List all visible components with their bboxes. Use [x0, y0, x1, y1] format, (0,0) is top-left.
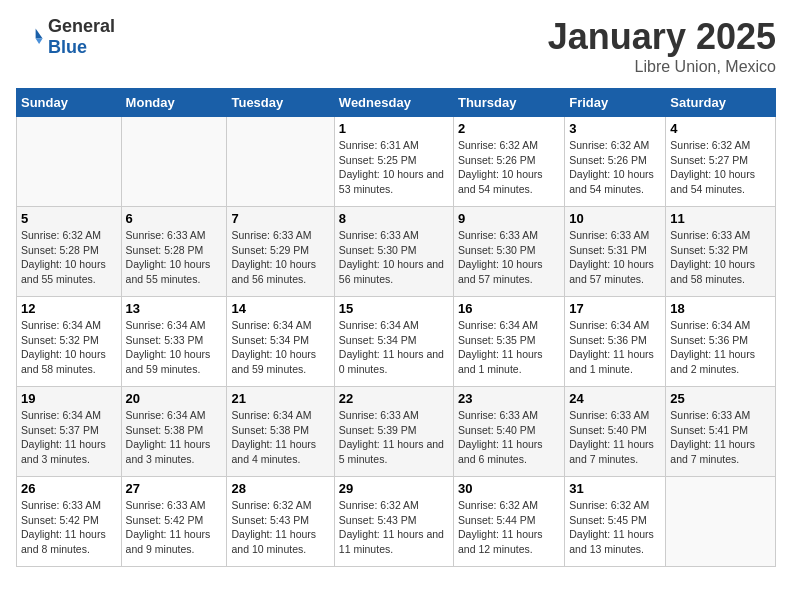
day-info: Sunrise: 6:33 AMSunset: 5:41 PMDaylight:… — [670, 408, 771, 467]
day-info: Sunrise: 6:33 AMSunset: 5:32 PMDaylight:… — [670, 228, 771, 287]
day-number: 30 — [458, 481, 560, 496]
page-header: General Blue January 2025 Libre Union, M… — [16, 16, 776, 76]
day-number: 28 — [231, 481, 329, 496]
calendar-cell: 6 Sunrise: 6:33 AMSunset: 5:28 PMDayligh… — [121, 207, 227, 297]
weekday-tuesday: Tuesday — [227, 89, 334, 117]
day-info: Sunrise: 6:34 AMSunset: 5:32 PMDaylight:… — [21, 318, 117, 377]
calendar-cell: 20 Sunrise: 6:34 AMSunset: 5:38 PMDaylig… — [121, 387, 227, 477]
title-block: January 2025 Libre Union, Mexico — [548, 16, 776, 76]
day-number: 18 — [670, 301, 771, 316]
day-number: 26 — [21, 481, 117, 496]
calendar-cell: 15 Sunrise: 6:34 AMSunset: 5:34 PMDaylig… — [334, 297, 453, 387]
day-number: 9 — [458, 211, 560, 226]
calendar-subtitle: Libre Union, Mexico — [548, 58, 776, 76]
day-info: Sunrise: 6:32 AMSunset: 5:27 PMDaylight:… — [670, 138, 771, 197]
weekday-thursday: Thursday — [453, 89, 564, 117]
day-info: Sunrise: 6:33 AMSunset: 5:30 PMDaylight:… — [458, 228, 560, 287]
calendar-cell: 3 Sunrise: 6:32 AMSunset: 5:26 PMDayligh… — [565, 117, 666, 207]
weekday-saturday: Saturday — [666, 89, 776, 117]
day-number: 3 — [569, 121, 661, 136]
week-row-3: 12 Sunrise: 6:34 AMSunset: 5:32 PMDaylig… — [17, 297, 776, 387]
calendar-cell: 5 Sunrise: 6:32 AMSunset: 5:28 PMDayligh… — [17, 207, 122, 297]
day-info: Sunrise: 6:33 AMSunset: 5:29 PMDaylight:… — [231, 228, 329, 287]
day-info: Sunrise: 6:32 AMSunset: 5:26 PMDaylight:… — [569, 138, 661, 197]
calendar-cell — [227, 117, 334, 207]
calendar-cell: 19 Sunrise: 6:34 AMSunset: 5:37 PMDaylig… — [17, 387, 122, 477]
calendar-cell: 1 Sunrise: 6:31 AMSunset: 5:25 PMDayligh… — [334, 117, 453, 207]
week-row-2: 5 Sunrise: 6:32 AMSunset: 5:28 PMDayligh… — [17, 207, 776, 297]
calendar-cell: 31 Sunrise: 6:32 AMSunset: 5:45 PMDaylig… — [565, 477, 666, 567]
calendar-cell: 21 Sunrise: 6:34 AMSunset: 5:38 PMDaylig… — [227, 387, 334, 477]
calendar-cell — [121, 117, 227, 207]
day-info: Sunrise: 6:32 AMSunset: 5:43 PMDaylight:… — [231, 498, 329, 557]
day-number: 1 — [339, 121, 449, 136]
day-info: Sunrise: 6:33 AMSunset: 5:40 PMDaylight:… — [569, 408, 661, 467]
logo-blue: Blue — [48, 37, 87, 57]
day-number: 13 — [126, 301, 223, 316]
day-number: 19 — [21, 391, 117, 406]
day-number: 22 — [339, 391, 449, 406]
day-info: Sunrise: 6:34 AMSunset: 5:37 PMDaylight:… — [21, 408, 117, 467]
calendar-cell: 7 Sunrise: 6:33 AMSunset: 5:29 PMDayligh… — [227, 207, 334, 297]
day-info: Sunrise: 6:32 AMSunset: 5:43 PMDaylight:… — [339, 498, 449, 557]
day-number: 29 — [339, 481, 449, 496]
day-number: 21 — [231, 391, 329, 406]
day-number: 16 — [458, 301, 560, 316]
day-number: 14 — [231, 301, 329, 316]
calendar-cell: 23 Sunrise: 6:33 AMSunset: 5:40 PMDaylig… — [453, 387, 564, 477]
svg-marker-1 — [36, 38, 43, 44]
day-number: 6 — [126, 211, 223, 226]
day-info: Sunrise: 6:33 AMSunset: 5:28 PMDaylight:… — [126, 228, 223, 287]
calendar-title: January 2025 — [548, 16, 776, 58]
calendar-cell: 28 Sunrise: 6:32 AMSunset: 5:43 PMDaylig… — [227, 477, 334, 567]
calendar-cell: 29 Sunrise: 6:32 AMSunset: 5:43 PMDaylig… — [334, 477, 453, 567]
calendar-cell: 14 Sunrise: 6:34 AMSunset: 5:34 PMDaylig… — [227, 297, 334, 387]
day-number: 23 — [458, 391, 560, 406]
calendar-cell: 4 Sunrise: 6:32 AMSunset: 5:27 PMDayligh… — [666, 117, 776, 207]
calendar-cell: 8 Sunrise: 6:33 AMSunset: 5:30 PMDayligh… — [334, 207, 453, 297]
day-info: Sunrise: 6:33 AMSunset: 5:42 PMDaylight:… — [126, 498, 223, 557]
week-row-1: 1 Sunrise: 6:31 AMSunset: 5:25 PMDayligh… — [17, 117, 776, 207]
day-info: Sunrise: 6:33 AMSunset: 5:40 PMDaylight:… — [458, 408, 560, 467]
day-number: 10 — [569, 211, 661, 226]
day-number: 25 — [670, 391, 771, 406]
calendar-cell: 12 Sunrise: 6:34 AMSunset: 5:32 PMDaylig… — [17, 297, 122, 387]
calendar-cell — [17, 117, 122, 207]
calendar-cell: 25 Sunrise: 6:33 AMSunset: 5:41 PMDaylig… — [666, 387, 776, 477]
week-row-5: 26 Sunrise: 6:33 AMSunset: 5:42 PMDaylig… — [17, 477, 776, 567]
calendar-cell: 13 Sunrise: 6:34 AMSunset: 5:33 PMDaylig… — [121, 297, 227, 387]
weekday-friday: Friday — [565, 89, 666, 117]
day-number: 2 — [458, 121, 560, 136]
day-info: Sunrise: 6:34 AMSunset: 5:34 PMDaylight:… — [231, 318, 329, 377]
svg-marker-0 — [36, 29, 43, 39]
calendar-cell: 24 Sunrise: 6:33 AMSunset: 5:40 PMDaylig… — [565, 387, 666, 477]
day-info: Sunrise: 6:33 AMSunset: 5:39 PMDaylight:… — [339, 408, 449, 467]
logo: General Blue — [16, 16, 115, 58]
calendar-cell: 16 Sunrise: 6:34 AMSunset: 5:35 PMDaylig… — [453, 297, 564, 387]
calendar-cell: 22 Sunrise: 6:33 AMSunset: 5:39 PMDaylig… — [334, 387, 453, 477]
weekday-wednesday: Wednesday — [334, 89, 453, 117]
calendar-cell: 2 Sunrise: 6:32 AMSunset: 5:26 PMDayligh… — [453, 117, 564, 207]
day-number: 15 — [339, 301, 449, 316]
calendar-cell: 26 Sunrise: 6:33 AMSunset: 5:42 PMDaylig… — [17, 477, 122, 567]
weekday-sunday: Sunday — [17, 89, 122, 117]
day-info: Sunrise: 6:34 AMSunset: 5:38 PMDaylight:… — [126, 408, 223, 467]
day-info: Sunrise: 6:33 AMSunset: 5:42 PMDaylight:… — [21, 498, 117, 557]
day-info: Sunrise: 6:32 AMSunset: 5:45 PMDaylight:… — [569, 498, 661, 557]
day-info: Sunrise: 6:33 AMSunset: 5:31 PMDaylight:… — [569, 228, 661, 287]
week-row-4: 19 Sunrise: 6:34 AMSunset: 5:37 PMDaylig… — [17, 387, 776, 477]
day-number: 8 — [339, 211, 449, 226]
weekday-header-row: SundayMondayTuesdayWednesdayThursdayFrid… — [17, 89, 776, 117]
calendar-cell: 18 Sunrise: 6:34 AMSunset: 5:36 PMDaylig… — [666, 297, 776, 387]
day-info: Sunrise: 6:32 AMSunset: 5:44 PMDaylight:… — [458, 498, 560, 557]
day-info: Sunrise: 6:34 AMSunset: 5:38 PMDaylight:… — [231, 408, 329, 467]
calendar-cell: 27 Sunrise: 6:33 AMSunset: 5:42 PMDaylig… — [121, 477, 227, 567]
day-info: Sunrise: 6:32 AMSunset: 5:28 PMDaylight:… — [21, 228, 117, 287]
day-info: Sunrise: 6:32 AMSunset: 5:26 PMDaylight:… — [458, 138, 560, 197]
day-info: Sunrise: 6:34 AMSunset: 5:34 PMDaylight:… — [339, 318, 449, 377]
day-number: 20 — [126, 391, 223, 406]
calendar-cell: 10 Sunrise: 6:33 AMSunset: 5:31 PMDaylig… — [565, 207, 666, 297]
calendar-cell: 17 Sunrise: 6:34 AMSunset: 5:36 PMDaylig… — [565, 297, 666, 387]
calendar-cell: 9 Sunrise: 6:33 AMSunset: 5:30 PMDayligh… — [453, 207, 564, 297]
day-info: Sunrise: 6:34 AMSunset: 5:35 PMDaylight:… — [458, 318, 560, 377]
